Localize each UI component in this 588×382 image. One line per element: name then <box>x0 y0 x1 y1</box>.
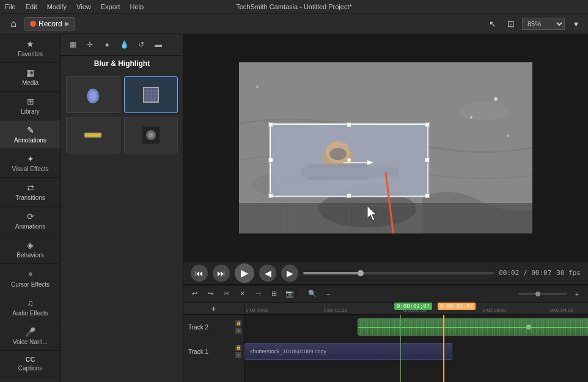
tl-camera-icon[interactable]: ⊞ <box>268 288 280 300</box>
blur-arrow-svg <box>343 158 373 167</box>
panel-tool-caption[interactable]: ▬ <box>152 38 165 51</box>
sidebar-item-captions[interactable]: CC Captions <box>0 351 61 377</box>
sidebar-item-media[interactable]: ▦ Media <box>0 63 61 92</box>
menu-bar: File Edit Modify View Export Help TechSm… <box>0 0 588 13</box>
panel-tool-eyedrop[interactable]: 💧 <box>117 38 131 51</box>
tl-redo-icon[interactable]: ↪ <box>204 288 216 300</box>
panel-tool-media[interactable]: ▦ <box>66 38 79 51</box>
animations-icon: ⟳ <box>27 211 34 221</box>
menu-edit[interactable]: Edit <box>26 3 37 10</box>
handle-bl[interactable] <box>268 193 273 198</box>
tl-cut-icon[interactable]: ✂ <box>220 288 232 300</box>
menu-file[interactable]: File <box>5 3 16 10</box>
menu-modify[interactable]: Modify <box>47 3 67 10</box>
sidebar-item-transitions[interactable]: ⇄ Transitions <box>0 178 61 207</box>
tl-clip-line <box>358 327 588 328</box>
video-frame <box>239 62 532 233</box>
cursor-icon <box>367 206 380 224</box>
next-frame-button[interactable]: ▶ <box>281 265 298 282</box>
blur-box-item[interactable] <box>124 76 178 113</box>
svg-rect-36 <box>301 167 399 177</box>
panel-title: Blur & Highlight <box>61 56 183 72</box>
highlight-brush-item[interactable] <box>66 117 120 153</box>
media-icon: ▦ <box>26 68 34 78</box>
handle-bm[interactable] <box>347 193 351 198</box>
sidebar: ★ Favorites ▦ Media ⊞ Library ✎ Annotati… <box>0 34 61 382</box>
sidebar-item-cursor-effects[interactable]: ⌖ Cursor Effects <box>0 264 61 293</box>
sidebar-item-library[interactable]: ⊞ Library <box>0 92 61 120</box>
tl-line-3 <box>483 303 483 307</box>
sidebar-item-audio-effects[interactable]: ♫ Audio Effects <box>0 293 61 322</box>
blur-region[interactable] <box>270 123 428 197</box>
tl-zoom-slider[interactable] <box>518 293 567 295</box>
tl-track2-row <box>244 315 588 339</box>
tl-mark-4: 0:00:04;00 <box>550 307 573 313</box>
sidebar-item-voice-narration[interactable]: 🎤 Voice Narri... <box>0 322 61 351</box>
tl-playhead-badge: 0:00:02;07 <box>394 303 432 310</box>
tl-track2-clip[interactable] <box>358 318 588 336</box>
zoom-select[interactable]: 85% <box>522 18 565 30</box>
tl-track1-name: Track 1 <box>188 348 208 355</box>
tl-ruler: 0:00:02;07 0:00:02;07 0:00:00;00 0:00:01… <box>244 303 588 315</box>
crop-tool-icon[interactable]: ⊡ <box>504 17 518 31</box>
svg-point-17 <box>459 102 508 120</box>
visual-effects-icon: ✦ <box>27 154 34 164</box>
step-back-button[interactable]: ⏮ <box>191 265 208 282</box>
step-prev-button[interactable]: ⏭ <box>213 265 230 282</box>
handle-br[interactable] <box>425 193 430 198</box>
tl-track1-lock-btn[interactable]: 🔒 <box>235 345 241 351</box>
tl-undo-icon[interactable]: ↩ <box>188 288 200 300</box>
panel-tool-rotate[interactable]: ↺ <box>134 38 148 51</box>
timeline-tracks: 0:00:02;07 0:00:02;07 0:00:00;00 0:00:01… <box>244 303 588 382</box>
tl-add-track-btn[interactable]: + <box>211 304 216 314</box>
svg-point-14 <box>149 133 153 138</box>
tl-track2-label: Track 2 🔒 👁 <box>183 315 244 339</box>
home-button[interactable]: ⌂ <box>5 15 22 32</box>
play-button[interactable]: ▶ <box>235 263 254 283</box>
tl-split-icon[interactable]: ⊣ <box>252 288 264 300</box>
menu-view[interactable]: View <box>76 3 91 10</box>
tl-mark-3: 0:00:03;00 <box>483 307 506 313</box>
handle-ml[interactable] <box>268 158 273 163</box>
panel-tool-crosshair[interactable]: ✛ <box>83 38 97 51</box>
handle-tl[interactable] <box>268 122 273 127</box>
handle-tr[interactable] <box>425 122 430 127</box>
playback-bar: ⏮ ⏭ ▶ ◀ ▶ 00:02 / 00:07 30 fps <box>183 261 588 284</box>
sidebar-item-favorites[interactable]: ★ Favorites <box>0 34 61 63</box>
timeline-body: + Track 2 🔒 👁 Track 1 🔒 <box>183 303 588 382</box>
tl-track1-clip-label: shutterstock_1018501089 copy <box>250 348 326 354</box>
tl-track1-clip[interactable]: shutterstock_1018501089 copy <box>244 343 452 360</box>
sidebar-item-animations[interactable]: ⟳ Animations <box>0 207 61 235</box>
zoom-arrow-icon[interactable]: ▾ <box>568 17 583 31</box>
menu-export[interactable]: Export <box>101 3 120 10</box>
tl-orange-badge: 0:00:02;07 <box>438 303 476 310</box>
svg-point-18 <box>494 97 498 101</box>
tl-snapshot-icon[interactable]: 📷 <box>284 288 296 300</box>
tl-track2-lock-btn[interactable]: 🔒 <box>235 320 241 326</box>
tl-track2-eye-btn[interactable]: 👁 <box>235 328 241 334</box>
spotlight-item[interactable] <box>124 117 178 153</box>
tl-zoom-in-icon[interactable]: 🔍 <box>306 288 318 300</box>
tl-zoom-control <box>518 293 567 295</box>
library-icon: ⊞ <box>27 97 34 106</box>
handle-tm[interactable] <box>347 122 351 127</box>
prev-frame-button[interactable]: ◀ <box>259 265 276 282</box>
record-button[interactable]: Record ▶ <box>24 17 75 31</box>
tl-close-icon[interactable]: ✕ <box>236 288 248 300</box>
timeline-labels: + Track 2 🔒 👁 Track 1 🔒 <box>183 303 244 382</box>
playback-slider[interactable] <box>303 272 494 274</box>
panel-tool-circle[interactable]: ● <box>100 38 114 51</box>
voice-icon: 🎤 <box>25 327 35 337</box>
sidebar-item-annotations[interactable]: ✎ Annotations <box>0 120 61 149</box>
tl-track1-eye-btn[interactable]: 👁 <box>235 352 241 358</box>
menu-help[interactable]: Help <box>130 3 144 10</box>
blur-drop-item[interactable] <box>66 76 120 113</box>
app-title: TechSmith Camtasia - Untitled Project* <box>236 0 352 13</box>
handle-mr[interactable] <box>425 158 430 163</box>
pointer-tool-icon[interactable]: ↖ <box>485 17 500 31</box>
main-layout: ★ Favorites ▦ Media ⊞ Library ✎ Annotati… <box>0 34 588 382</box>
timeline: ↩ ↪ ✂ ✕ ⊣ ⊞ 📷 🔍 − + <box>183 284 588 382</box>
sidebar-item-visual-effects[interactable]: ✦ Visual Effects <box>0 149 61 178</box>
record-chevron-icon: ▶ <box>65 20 70 27</box>
sidebar-item-behaviors[interactable]: ◈ Behaviors <box>0 235 61 264</box>
